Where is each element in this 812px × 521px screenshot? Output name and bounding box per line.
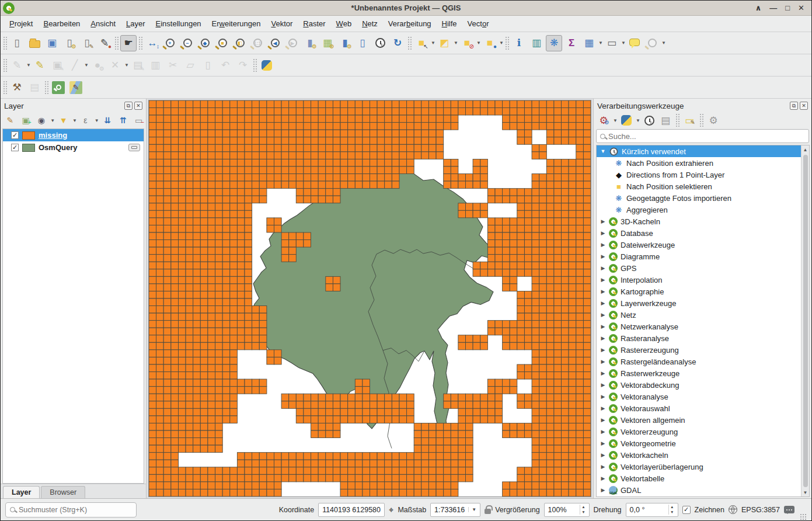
scroll-thumb[interactable]	[803, 155, 808, 487]
menu-ansicht[interactable]: Ansicht	[85, 18, 121, 30]
manage-map-themes-button[interactable]: ◉	[35, 113, 48, 127]
tree-category-vektortabelle[interactable]: ▶Vektortabelle	[597, 473, 801, 484]
new-spatial-bookmark-button[interactable]: ▮⚙	[302, 35, 318, 51]
tree-category-layerwerkzeuge[interactable]: ▶Layerwerkzeuge	[597, 297, 801, 309]
menu-vektor[interactable]: Vektor	[266, 18, 298, 30]
magnifier-spinbox[interactable]: 100% ▲▼	[544, 503, 590, 517]
osm-query-button[interactable]: ✎	[68, 79, 84, 96]
coordinate-input[interactable]: 1140193 6129580	[318, 503, 385, 517]
tree-category-vektorgeometrie[interactable]: ▶Vektorgeometrie	[597, 437, 801, 449]
deselect-features-dropdown-icon[interactable]: ▼	[476, 40, 481, 46]
delete-selected-button[interactable]: ▥	[147, 57, 163, 74]
current-edits-dropdown-icon[interactable]: ▼	[26, 62, 31, 68]
collapse-arrow-icon[interactable]: ▶	[600, 429, 606, 435]
paste-features-button[interactable]: ▯	[200, 57, 216, 74]
filter-legend-dropdown-icon[interactable]: ▼	[72, 118, 77, 123]
menu-raster[interactable]: Raster	[298, 18, 330, 30]
tree-category-interpolation[interactable]: ▶Interpolation	[597, 274, 801, 286]
select-features-by-value-button[interactable]: ◩	[436, 35, 452, 51]
tree-item-recent[interactable]: ❋Aggregieren	[597, 204, 801, 216]
collapse-arrow-icon[interactable]: ▶	[600, 405, 606, 411]
locator-search-dropdown-icon[interactable]: ▼	[661, 40, 666, 46]
select-features-button[interactable]: ■↖	[413, 35, 430, 51]
add-feature-button[interactable]: ╱	[67, 57, 83, 74]
collapse-arrow-icon[interactable]: ▶	[600, 475, 606, 481]
processing-toolbox-button[interactable]: ❋	[546, 35, 562, 51]
zoom-native-resolution-button[interactable]: 1:1	[249, 35, 266, 51]
current-edits-button[interactable]: ✎	[9, 57, 25, 74]
collapse-arrow-icon[interactable]: ▶	[600, 218, 606, 224]
menu-verarbeitung[interactable]: Verarbeitung	[383, 18, 437, 30]
chevron-down-icon[interactable]: ▼	[468, 507, 476, 512]
new-print-layout-button[interactable]: ▯⚙	[61, 35, 78, 51]
collapse-arrow-icon[interactable]: ▶	[600, 324, 606, 329]
tree-category-vektorerzeugung[interactable]: ▶Vektorerzeugung	[597, 426, 801, 437]
select-features-by-value-dropdown-icon[interactable]: ▼	[454, 40, 458, 46]
menu-netz[interactable]: Netz	[357, 18, 383, 30]
tree-category-vektorkacheln[interactable]: ▶Vektorkacheln	[597, 449, 801, 461]
collapse-arrow-icon[interactable]: ▶	[600, 382, 606, 388]
add-group-button[interactable]: ▣+	[19, 113, 33, 127]
python-console-button[interactable]	[259, 57, 275, 74]
pan-map-button[interactable]: ☛	[120, 35, 137, 51]
tree-category-vektorabdeckung[interactable]: ▶Vektorabdeckung	[597, 379, 801, 391]
processing-panel-close-button[interactable]: ✕	[800, 102, 808, 110]
open-layer-styling-button[interactable]: ✎	[4, 113, 17, 127]
rotation-spinbox[interactable]: 0,0 ° ▲▼	[626, 503, 678, 517]
collapse-all-button[interactable]: ⇈	[116, 113, 130, 127]
tree-category-rasterwerkzeuge[interactable]: ▶Rasterwerkzeuge	[597, 367, 801, 379]
locator-search-button[interactable]	[644, 35, 660, 51]
locator-input[interactable]	[19, 506, 132, 514]
messages-icon[interactable]	[784, 506, 794, 513]
add-feature-dropdown-icon[interactable]: ▼	[84, 62, 89, 68]
open-project-button[interactable]	[26, 35, 43, 51]
menu-einstellungen[interactable]: Einstellungen	[151, 18, 207, 30]
expand-all-button[interactable]: ⇊	[101, 113, 114, 127]
tree-category-rasteranalyse[interactable]: ▶Rasteranalyse	[597, 332, 801, 344]
layer-visibility-checkbox[interactable]: ✓	[11, 131, 19, 139]
layer-visibility-checkbox[interactable]: ✓	[11, 144, 19, 151]
spinner-arrows[interactable]: ▲▼	[668, 505, 674, 515]
osm-place-search-button[interactable]	[50, 79, 67, 96]
tree-category-vektoranalyse[interactable]: ▶Vektoranalyse	[597, 391, 801, 402]
tree-item-recent[interactable]: ◆Directions from 1 Point-Layer	[597, 169, 801, 180]
collapse-arrow-icon[interactable]: ▶	[600, 452, 606, 458]
python-scripts-dropdown-icon[interactable]: ▼	[636, 118, 640, 123]
tree-category-vektoren-allgemein[interactable]: ▶Vektoren allgemein	[597, 414, 801, 426]
osm-tools-secondary-button[interactable]: ▤	[26, 79, 43, 96]
filter-by-expression-dropdown-icon[interactable]: ▼	[95, 118, 99, 123]
collapse-arrow-icon[interactable]: ▶	[600, 277, 606, 283]
copy-features-button[interactable]: ▱	[182, 57, 198, 74]
close-button[interactable]: ✕	[798, 4, 804, 12]
processing-panel-float-button[interactable]: ⧉	[790, 102, 798, 110]
modify-attributes-button[interactable]: ▤✎	[130, 57, 146, 74]
locator-bar[interactable]	[5, 502, 137, 517]
vertex-tool-button[interactable]: ✕	[107, 57, 123, 74]
zoom-to-selection-button[interactable]: ■	[214, 35, 231, 51]
tree-category-gdal[interactable]: ▶GDALGDAL	[597, 484, 801, 496]
style-manager-button[interactable]: ✎●	[96, 35, 113, 51]
scroll-down-icon[interactable]: ▼	[803, 488, 808, 496]
tree-category-database[interactable]: ▶Database	[597, 227, 801, 239]
memory-layer-indicator-icon[interactable]	[128, 144, 140, 151]
collapse-arrow-icon[interactable]: ▶	[600, 394, 606, 400]
select-by-location-button[interactable]: ■●	[482, 35, 498, 51]
open-attribute-table-button[interactable]: ▦	[581, 35, 597, 51]
tree-category-gps[interactable]: ▶GPS	[597, 262, 801, 274]
show-layout-manager-button[interactable]: ▯✎	[79, 35, 95, 51]
scale-combobox[interactable]: 1:733616 ▼	[430, 503, 480, 517]
processing-scrollbar[interactable]: ▲ ▼	[801, 145, 809, 496]
spinner-arrows[interactable]: ▲▼	[580, 505, 585, 515]
zoom-to-layer-button[interactable]: ◧	[232, 35, 248, 51]
collapse-arrow-icon[interactable]: ▶	[600, 487, 606, 493]
collapse-arrow-icon[interactable]: ▶	[600, 289, 606, 294]
redo-button[interactable]: ↷	[235, 57, 251, 74]
save-layer-edits-button[interactable]: ▣✎	[49, 57, 65, 74]
collapse-arrow-icon[interactable]: ▶	[600, 253, 606, 259]
map-canvas[interactable]	[148, 100, 591, 497]
models-button[interactable]: ⚙⚙	[597, 113, 611, 127]
menu-layer[interactable]: Layer	[121, 18, 151, 30]
menu-vector[interactable]: Vector	[462, 18, 494, 30]
collapse-arrow-icon[interactable]: ▶	[600, 300, 606, 306]
map-tips-button[interactable]	[626, 35, 643, 51]
